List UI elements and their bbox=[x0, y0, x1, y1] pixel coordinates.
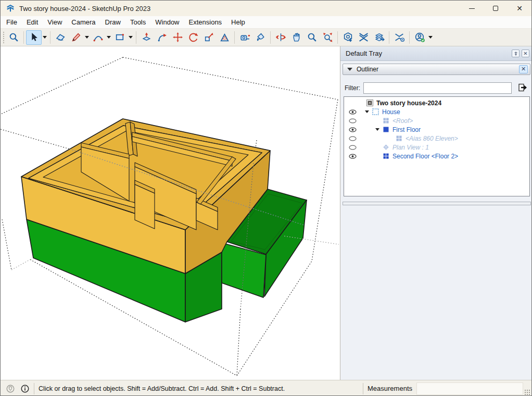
tape-measure-button[interactable] bbox=[237, 30, 252, 45]
info-icon[interactable] bbox=[20, 384, 30, 393]
menu-file[interactable]: File bbox=[2, 17, 22, 28]
eye-visible-icon[interactable] bbox=[348, 109, 357, 115]
outliner-item-label[interactable]: <Roof> bbox=[392, 117, 413, 125]
chevron-down-icon bbox=[129, 36, 133, 39]
maximize-button[interactable] bbox=[484, 1, 508, 16]
select-dropdown-button[interactable] bbox=[42, 30, 48, 45]
paint-bucket-button[interactable] bbox=[252, 30, 268, 45]
select-button[interactable] bbox=[26, 30, 42, 45]
chevron-down-icon bbox=[85, 36, 89, 39]
tray-close-button[interactable]: ✕ bbox=[522, 49, 529, 57]
outliner-row-4[interactable]: <Aias 860 Eleven> bbox=[344, 134, 529, 143]
menu-extensions[interactable]: Extensions bbox=[184, 17, 227, 28]
offset-button[interactable] bbox=[217, 30, 232, 45]
extension-layers-icon bbox=[374, 32, 385, 43]
follow-me-button[interactable] bbox=[154, 30, 170, 45]
outliner-item-label[interactable]: House bbox=[382, 108, 400, 116]
model-canvas[interactable] bbox=[1, 46, 340, 380]
arc-button[interactable] bbox=[90, 30, 106, 45]
scale-button[interactable] bbox=[201, 30, 217, 45]
outliner-item-label[interactable]: First Floor bbox=[392, 126, 421, 133]
toolbar-separator bbox=[234, 31, 235, 44]
zoom-tool-button[interactable] bbox=[6, 30, 21, 45]
eye-visible-icon[interactable] bbox=[348, 127, 357, 133]
outliner-title: Outliner bbox=[357, 66, 519, 73]
filter-input[interactable] bbox=[363, 82, 512, 94]
extension-settings-icon bbox=[394, 32, 405, 43]
expander-arrow-icon[interactable] bbox=[365, 110, 369, 113]
menu-draw[interactable]: Draw bbox=[100, 17, 125, 28]
push-pull-button[interactable] bbox=[138, 30, 154, 45]
filter-details-button[interactable] bbox=[516, 81, 529, 95]
status-message: Click or drag to select objects. Shift =… bbox=[39, 385, 285, 392]
toolbar-separator bbox=[270, 31, 271, 44]
outliner-item-label[interactable]: Second Floor <Floor 2> bbox=[392, 153, 458, 160]
rectangle-button[interactable] bbox=[112, 30, 128, 45]
collapse-arrow-icon[interactable] bbox=[347, 68, 352, 71]
line-dropdown-button[interactable] bbox=[84, 30, 90, 45]
menu-view[interactable]: View bbox=[43, 17, 67, 28]
close-button[interactable]: ✕ bbox=[508, 1, 531, 16]
toolbar-grip[interactable] bbox=[3, 31, 5, 44]
menu-tools[interactable]: Tools bbox=[125, 17, 150, 28]
tray-pin-button[interactable] bbox=[512, 49, 520, 57]
outliner-row-6[interactable]: Second Floor <Floor 2> bbox=[344, 152, 529, 160]
eraser-button[interactable] bbox=[53, 30, 68, 45]
zoom-button[interactable] bbox=[304, 30, 320, 45]
zoom-extents-button[interactable] bbox=[320, 30, 335, 45]
rectangle-dropdown-button[interactable] bbox=[128, 30, 134, 45]
orbit-button[interactable] bbox=[273, 30, 288, 45]
rotate-button[interactable] bbox=[185, 30, 201, 45]
line-button[interactable] bbox=[68, 30, 84, 45]
house-model[interactable] bbox=[21, 119, 307, 322]
extension-warehouse-button[interactable] bbox=[340, 30, 356, 45]
measurements-label: Measurements bbox=[368, 385, 412, 392]
menu-window[interactable]: Window bbox=[150, 17, 184, 28]
pan-icon bbox=[291, 32, 302, 43]
menu-camera[interactable]: Camera bbox=[67, 17, 100, 28]
outliner-row-5[interactable]: Plan View : 1 bbox=[344, 143, 529, 152]
arc-dropdown-button[interactable] bbox=[106, 30, 112, 45]
minimize-button[interactable] bbox=[460, 1, 484, 16]
toolbar-separator bbox=[23, 31, 24, 44]
outliner-panel-header[interactable]: Outliner ✕ bbox=[343, 64, 530, 75]
outliner-row-3[interactable]: First Floor bbox=[344, 125, 529, 134]
resize-grip[interactable] bbox=[524, 389, 530, 395]
follow-me-icon bbox=[157, 32, 168, 43]
geolocation-icon[interactable] bbox=[6, 384, 15, 393]
outliner-item-label[interactable]: <Aias 860 Eleven> bbox=[406, 135, 458, 142]
component-icon bbox=[395, 134, 403, 142]
menu-help[interactable]: Help bbox=[226, 17, 250, 28]
extension-settings-button[interactable] bbox=[391, 30, 407, 45]
menu-edit[interactable]: Edit bbox=[22, 17, 43, 28]
extension-flip-button[interactable] bbox=[356, 30, 371, 45]
tray-splitter[interactable] bbox=[343, 202, 531, 205]
sketchup-window: Two story house-2024 - SketchUp Pro 2023… bbox=[0, 0, 532, 396]
tape-measure-icon bbox=[239, 32, 250, 43]
section-plane-icon bbox=[382, 143, 390, 151]
outliner-row-2[interactable]: <Roof> bbox=[344, 116, 529, 125]
outliner-item-label[interactable]: Plan View : 1 bbox=[392, 144, 429, 151]
viewport-3d[interactable] bbox=[1, 46, 340, 380]
eye-hidden-icon[interactable] bbox=[348, 118, 357, 124]
chevron-down-icon bbox=[107, 36, 111, 39]
outliner-row-0[interactable]: Two story house-2024 bbox=[344, 98, 529, 107]
outliner-close-button[interactable]: ✕ bbox=[519, 65, 528, 73]
extension-layers-button[interactable] bbox=[371, 30, 387, 45]
title-bar: Two story house-2024 - SketchUp Pro 2023… bbox=[1, 1, 531, 16]
account-button[interactable] bbox=[412, 30, 427, 45]
eye-hidden-icon[interactable] bbox=[348, 135, 357, 142]
outliner-row-1[interactable]: House bbox=[344, 107, 529, 116]
toolbar-separator bbox=[337, 31, 338, 44]
account-dropdown-button[interactable] bbox=[427, 30, 434, 45]
eye-hidden-icon[interactable] bbox=[348, 144, 357, 151]
pan-button[interactable] bbox=[288, 30, 304, 45]
move-button[interactable] bbox=[170, 30, 185, 45]
outliner-item-label[interactable]: Two story house-2024 bbox=[376, 100, 441, 107]
expander-arrow-icon[interactable] bbox=[375, 128, 379, 131]
toolbar-separator bbox=[389, 31, 389, 44]
eye-visible-icon[interactable] bbox=[348, 153, 357, 159]
measurements-input[interactable] bbox=[416, 382, 523, 395]
default-tray: Default Tray ✕ Outliner ✕ Filter: bbox=[340, 46, 532, 380]
eraser-icon bbox=[55, 32, 66, 43]
